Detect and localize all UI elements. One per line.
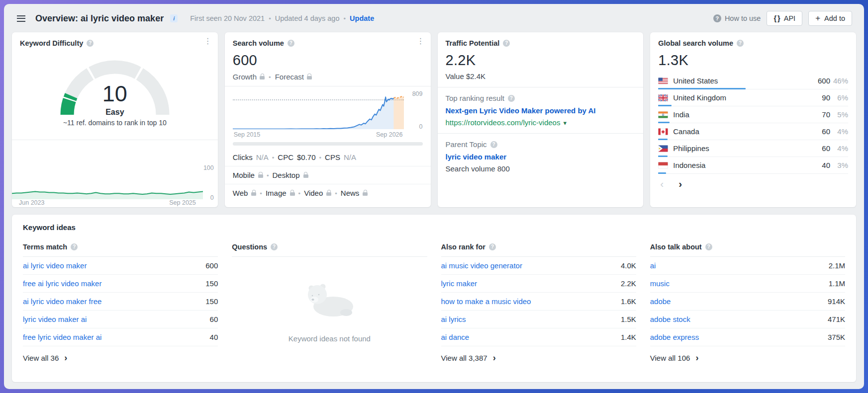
lock-icon bbox=[303, 174, 308, 178]
help-icon[interactable] bbox=[489, 243, 496, 250]
api-button[interactable]: API bbox=[767, 11, 802, 26]
country-row[interactable]: India705% bbox=[658, 106, 848, 123]
help-icon[interactable] bbox=[705, 243, 712, 250]
country-row[interactable]: Canada604% bbox=[658, 123, 848, 140]
growth-label: Growth bbox=[233, 73, 257, 81]
keyword-volume: 914K bbox=[828, 297, 845, 306]
help-icon[interactable] bbox=[87, 40, 94, 47]
column-header: Terms match bbox=[23, 243, 218, 257]
view-all-link[interactable]: View all 106 bbox=[650, 354, 845, 362]
menu-icon[interactable] bbox=[17, 15, 25, 22]
kebab-menu-icon[interactable] bbox=[417, 37, 425, 45]
chevron-down-icon bbox=[563, 118, 567, 127]
updated-text: Updated 4 days ago bbox=[275, 14, 340, 22]
keyword-link[interactable]: free ai lyric video maker bbox=[23, 279, 101, 288]
view-all-label: View all 106 bbox=[650, 354, 690, 362]
stat-text: Clicks bbox=[233, 153, 253, 161]
how-to-use-button[interactable]: How to use bbox=[713, 14, 761, 22]
help-icon[interactable] bbox=[503, 40, 510, 47]
update-link[interactable]: Update bbox=[350, 14, 374, 22]
divider bbox=[225, 86, 431, 86]
lock-icon bbox=[258, 174, 263, 178]
help-icon[interactable] bbox=[508, 95, 515, 102]
keyword-row: lyric maker2.2K bbox=[441, 275, 636, 293]
keyword-link[interactable]: lyric video maker ai bbox=[23, 315, 87, 323]
help-icon[interactable] bbox=[490, 141, 497, 148]
keyword-link[interactable]: ai dance bbox=[441, 333, 470, 341]
keyword-link[interactable]: free lyric video maker ai bbox=[23, 333, 101, 341]
x-end-label: Sep 2025 bbox=[169, 199, 196, 206]
difficulty-gauge: 10 bbox=[55, 53, 175, 121]
flag-ph-icon bbox=[658, 145, 668, 152]
x-end-label: Sep 2026 bbox=[376, 131, 403, 138]
info-badge[interactable]: i bbox=[170, 14, 178, 22]
next-page-icon[interactable] bbox=[678, 179, 682, 189]
keyword-row: ai2.1M bbox=[650, 257, 845, 275]
stat-text: Image bbox=[266, 189, 287, 197]
country-row[interactable]: Indonesia403% bbox=[658, 157, 848, 174]
bullet-separator bbox=[269, 73, 271, 81]
country-row[interactable]: United States60046% bbox=[658, 73, 848, 89]
keyword-link[interactable]: how to make a music video bbox=[441, 297, 531, 306]
lock-icon bbox=[363, 192, 368, 196]
column-header-label: Terms match bbox=[23, 243, 67, 251]
question-icon bbox=[713, 14, 721, 22]
keyword-link[interactable]: music bbox=[650, 279, 670, 288]
keyword-link[interactable]: ai lyric video maker free bbox=[23, 297, 101, 306]
growth-toggle[interactable]: Growth bbox=[233, 73, 265, 81]
kebab-menu-icon[interactable] bbox=[204, 37, 212, 45]
keyword-volume: 375K bbox=[828, 333, 845, 341]
parent-topic-label: Parent Topic bbox=[446, 140, 487, 149]
help-icon[interactable] bbox=[288, 40, 294, 47]
help-icon[interactable] bbox=[271, 243, 278, 250]
country-volume: 60 bbox=[822, 144, 830, 153]
keyword-row: ai music video generator4.0K bbox=[441, 257, 636, 275]
country-row[interactable]: United Kingdom906% bbox=[658, 89, 848, 106]
keyword-volume: 471K bbox=[828, 315, 845, 323]
keyword-link[interactable]: adobe express bbox=[650, 333, 699, 341]
app-frame: Overview: ai lyric video maker i First s… bbox=[0, 0, 868, 393]
first-seen-text: First seen 20 Nov 2021 bbox=[190, 14, 265, 22]
country-row[interactable]: Philippines604% bbox=[658, 140, 848, 157]
traffic-value-label: Value $2.4K bbox=[446, 72, 636, 80]
keyword-link[interactable]: lyric maker bbox=[441, 279, 478, 288]
global-search-volume-card: Global search volume 1.3K United States6… bbox=[650, 32, 856, 207]
keyword-link[interactable]: ai lyric video maker bbox=[23, 261, 87, 270]
prev-page-icon[interactable] bbox=[660, 179, 664, 189]
page-header: Overview: ai lyric video maker i First s… bbox=[4, 4, 864, 31]
view-all-label: View all 36 bbox=[23, 354, 59, 362]
result-url-dropdown[interactable]: https://rotorvideos.com/lyric-videos bbox=[446, 118, 636, 127]
ideas-column-terms-match: Terms matchai lyric video maker600free a… bbox=[23, 243, 218, 362]
forecast-toggle[interactable]: Forecast bbox=[275, 73, 312, 81]
keyword-volume: 60 bbox=[210, 315, 218, 323]
x-start-label: Sep 2015 bbox=[234, 131, 261, 138]
keyword-link[interactable]: ai bbox=[650, 261, 656, 270]
plus-icon bbox=[815, 14, 820, 22]
help-icon[interactable] bbox=[71, 243, 78, 250]
view-all-label: View all 3,387 bbox=[441, 354, 487, 362]
keyword-link[interactable]: adobe bbox=[650, 297, 671, 306]
y-min-label: 0 bbox=[419, 123, 423, 130]
keyword-volume: 4.0K bbox=[621, 261, 636, 270]
country-percent: 5% bbox=[830, 110, 848, 119]
top-ranking-result-link[interactable]: Next-gen Lyric Video Maker powered by AI bbox=[446, 106, 636, 115]
card-title: Search volume bbox=[233, 39, 284, 47]
parent-topic-link[interactable]: lyric video maker bbox=[446, 153, 636, 161]
country-percent: 6% bbox=[830, 93, 848, 102]
flag-gb-icon bbox=[658, 94, 668, 101]
bullet-separator bbox=[335, 189, 337, 197]
help-icon[interactable] bbox=[737, 40, 744, 47]
add-to-button[interactable]: Add to bbox=[808, 11, 852, 26]
difficulty-value: 10 bbox=[55, 81, 175, 107]
keyword-link[interactable]: adobe stock bbox=[650, 315, 690, 323]
keyword-link[interactable]: ai music video generator bbox=[441, 261, 522, 270]
country-pagination bbox=[658, 179, 848, 189]
stat-text: Desktop bbox=[273, 171, 300, 179]
keyword-row: lyric video maker ai60 bbox=[23, 311, 218, 328]
keyword-link[interactable]: ai lyrics bbox=[441, 315, 466, 323]
x-start-label: Jun 2023 bbox=[19, 199, 44, 206]
search-volume-card: Search volume 600 Growth Forecast bbox=[225, 32, 431, 207]
view-all-link[interactable]: View all 36 bbox=[23, 354, 218, 362]
view-all-link[interactable]: View all 3,387 bbox=[441, 354, 636, 362]
chart-scrollbar[interactable] bbox=[233, 142, 423, 146]
